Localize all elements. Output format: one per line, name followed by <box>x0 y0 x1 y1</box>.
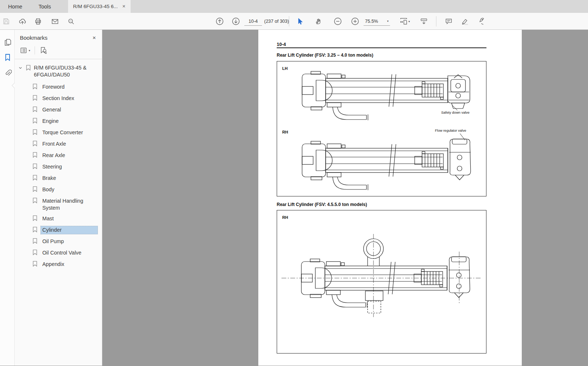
tab-bar: Home Tools R/M 6FGU33-45 6... ✕ <box>0 0 588 13</box>
bookmark-icon <box>32 163 38 170</box>
bookmark-item[interactable]: Steering <box>18 161 99 173</box>
rear-lift-cylinder-diagram-lh-rh: LH Safety down valve RH Flow regulator v… <box>277 61 486 196</box>
svg-text:RH: RH <box>282 130 288 134</box>
bookmarks-panel-header: Bookmarks ✕ <box>15 30 102 44</box>
bookmark-item-label: Section Index <box>41 95 98 102</box>
bookmarks-toolbar: ▾ <box>15 44 102 59</box>
main-area: Bookmarks ✕ ▾ <box>0 30 588 366</box>
tab-document-label: R/M 6FGU33-45 6... <box>73 4 118 9</box>
bookmark-item-label: General <box>41 106 98 114</box>
main-toolbar: 10-4 (237 of 303) 75.5% ▾ ▾ <box>0 13 588 30</box>
bookmark-icon <box>32 95 38 102</box>
bookmark-item-label: Mast <box>41 215 98 223</box>
page-down-icon[interactable] <box>230 15 242 27</box>
bookmark-icon <box>32 238 38 245</box>
bookmark-item-label: Brake <box>41 174 98 182</box>
bookmark-item[interactable]: Body <box>18 184 99 196</box>
tab-home[interactable]: Home <box>0 0 31 13</box>
left-rail <box>0 30 15 366</box>
bookmark-icon <box>32 83 38 90</box>
bookmark-icon <box>26 64 32 72</box>
bookmark-icon <box>32 215 38 222</box>
bookmark-item-label: Material Handling System <box>41 197 98 212</box>
page-up-icon[interactable] <box>214 15 226 27</box>
toolbar-divider <box>436 16 436 26</box>
page-thumbnails-icon[interactable] <box>3 38 12 47</box>
rear-lift-cylinder-diagram-rh-large: RH <box>277 210 486 353</box>
bookmark-item-label: Appendix <box>41 260 98 268</box>
bookmark-root-item[interactable]: R/M 6FGU/DU33-45 & 6FGAU/DAU50 <box>18 64 99 78</box>
share-cloud-icon[interactable] <box>17 15 28 27</box>
bookmark-item[interactable]: Front Axle <box>18 139 99 150</box>
fill-sign-icon[interactable] <box>475 15 487 27</box>
bookmark-item-label: Engine <box>41 117 98 125</box>
bookmark-item[interactable]: Foreword <box>18 82 99 93</box>
bookmarks-rail-icon[interactable] <box>3 53 12 62</box>
document-canvas[interactable]: 10-4 Rear Lift Cylinder (FSV: 3.25 − 4.0… <box>102 30 588 366</box>
zoom-out-icon[interactable] <box>332 15 344 27</box>
bookmark-item[interactable]: Engine <box>18 116 99 127</box>
search-icon[interactable] <box>65 15 77 27</box>
bookmark-icon <box>32 152 38 159</box>
bookmark-item[interactable]: Torque Converter <box>18 127 99 139</box>
bookmark-item[interactable]: General <box>18 104 99 116</box>
bookmark-item[interactable]: Oil Control Valve <box>18 248 99 259</box>
tab-document[interactable]: R/M 6FGU33-45 6... ✕ <box>68 0 131 13</box>
zoom-level-input[interactable]: 75.5% ▾ <box>364 17 390 26</box>
bookmark-item-label: Foreword <box>41 83 98 91</box>
bookmark-item[interactable]: Material Handling System <box>18 196 99 213</box>
tab-close-icon[interactable]: ✕ <box>122 4 125 8</box>
bookmark-icon <box>32 186 38 193</box>
zoom-level-value: 75.5% <box>365 19 378 24</box>
bookmark-item[interactable]: Mast <box>18 213 99 225</box>
page-header-rule <box>277 47 486 48</box>
bookmark-icon <box>32 260 38 268</box>
bookmark-item-label: Oil Pump <box>41 238 98 245</box>
figure2-box: RH <box>277 210 486 353</box>
fit-width-icon[interactable] <box>398 15 410 27</box>
attachments-icon[interactable] <box>3 68 12 77</box>
bookmark-icon <box>32 129 38 136</box>
bookmark-options-caret-icon: ▾ <box>29 49 30 52</box>
chevron-down-icon[interactable] <box>18 64 24 71</box>
svg-text:RH: RH <box>282 215 288 220</box>
bookmark-item[interactable]: Rear Axle <box>18 150 99 161</box>
bookmark-item-label: Front Axle <box>41 140 98 148</box>
bookmark-item[interactable]: Section Index <box>18 93 99 104</box>
highlight-icon[interactable] <box>459 15 471 27</box>
figure1-box: LH Safety down valve RH Flow regulator v… <box>277 61 486 196</box>
bookmark-item-label: Torque Converter <box>41 129 98 136</box>
select-tool-icon[interactable] <box>294 15 306 27</box>
bookmark-item[interactable]: Oil Pump <box>18 236 99 248</box>
reading-mode-icon[interactable] <box>418 15 430 27</box>
svg-text:LH: LH <box>282 66 288 71</box>
email-icon[interactable] <box>49 15 61 27</box>
bookmark-item-label: Cylinder <box>41 226 98 234</box>
bookmark-options-icon[interactable]: ▾ <box>20 47 30 54</box>
toolbar-divider <box>289 16 289 26</box>
tab-tools[interactable]: Tools <box>31 0 59 13</box>
page-number-input[interactable]: 10-4 <box>244 17 262 26</box>
hand-tool-icon[interactable] <box>312 15 324 27</box>
bookmark-item-label: Body <box>41 186 98 193</box>
figure2-title: Rear Lift Cylinder (FSV: 4.5.5.0 ton mod… <box>277 202 367 207</box>
bookmarks-close-icon[interactable]: ✕ <box>92 35 96 40</box>
bookmarks-panel-title: Bookmarks <box>20 35 47 41</box>
bookmarks-toolbar-divider <box>35 46 35 54</box>
bookmark-item[interactable]: Cylinder <box>18 225 99 236</box>
bookmark-list: Foreword Section Index General Engine To… <box>18 82 99 270</box>
page-count-label: (237 of 303) <box>264 13 289 30</box>
zoom-caret-icon: ▾ <box>387 19 389 23</box>
bookmark-search-icon[interactable] <box>39 46 47 54</box>
bookmark-root-label: R/M 6FGU/DU33-45 & 6FGAU/DAU50 <box>34 64 90 78</box>
svg-text:Flow regulator valve: Flow regulator valve <box>435 128 466 132</box>
bookmark-item[interactable]: Brake <box>18 173 99 184</box>
bookmark-icon <box>32 197 38 205</box>
bookmark-item[interactable]: Appendix <box>18 259 99 270</box>
bookmark-icon <box>32 249 38 256</box>
zoom-in-icon[interactable] <box>349 15 361 27</box>
save-icon[interactable] <box>0 15 12 27</box>
print-icon[interactable] <box>32 15 44 27</box>
comment-icon[interactable] <box>443 15 454 27</box>
fit-width-caret-icon[interactable]: ▾ <box>408 20 410 23</box>
